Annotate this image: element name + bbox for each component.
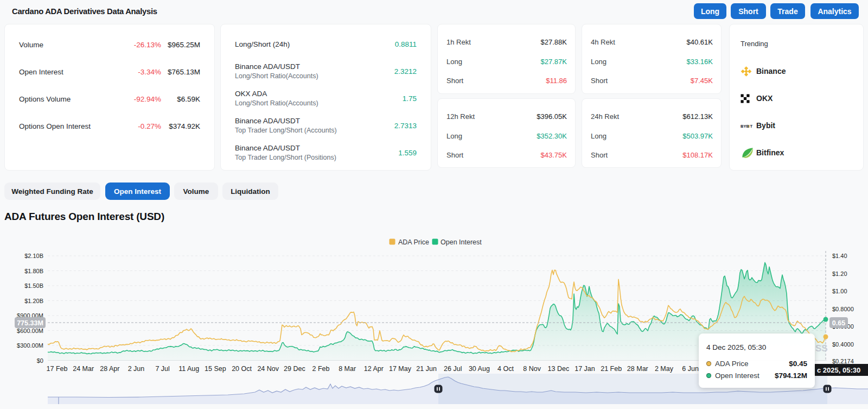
svg-text:17 Feb: 17 Feb [47,365,68,373]
svg-text:8 Nov: 8 Nov [523,365,541,373]
svg-text:17 Jan: 17 Jan [575,365,595,373]
svg-text:20 Oct: 20 Oct [232,365,252,373]
svg-text:ADA Price: ADA Price [398,238,429,246]
svg-text:0.65: 0.65 [832,319,845,327]
svg-text:2 Jun: 2 Jun [128,365,145,373]
svg-text:$0.2174: $0.2174 [832,358,854,364]
svg-text:$0.8000: $0.8000 [832,306,854,312]
svg-text:$0.4000: $0.4000 [832,341,854,348]
svg-text:8 Mar: 8 Mar [339,365,356,373]
svg-text:$1.40: $1.40 [832,253,847,259]
svg-text:21 Jun: 21 Jun [416,365,437,373]
svg-text:24 Nov: 24 Nov [257,365,279,373]
svg-text:12 Apr: 12 Apr [364,365,384,373]
svg-text:$1.20: $1.20 [832,270,847,277]
svg-text:28 Mar: 28 Mar [627,365,648,373]
svg-text:17 May: 17 May [389,365,412,373]
svg-text:c 2025, 05:30: c 2025, 05:30 [817,366,860,374]
svg-text:13 Dec: 13 Dec [548,365,570,373]
svg-text:30 Aug: 30 Aug [469,365,490,373]
svg-text:SS: SS [815,343,828,354]
svg-text:2 May: 2 May [655,365,674,373]
svg-text:$1.00: $1.00 [832,288,847,294]
svg-text:26 Jul: 26 Jul [444,365,462,373]
svg-text:15 Sep: 15 Sep [205,365,226,373]
svg-text:28 Apr: 28 Apr [100,365,119,373]
svg-text:$2.10B: $2.10B [24,253,43,259]
svg-text:Open Interest: Open Interest [441,238,482,246]
svg-text:$1.50B: $1.50B [24,282,43,289]
svg-text:6 Jun: 6 Jun [682,365,699,373]
svg-text:$0: $0 [37,357,43,364]
svg-text:7 Jul: 7 Jul [155,365,169,373]
svg-text:$600.00M: $600.00M [17,328,43,334]
svg-text:21 Feb: 21 Feb [601,365,622,373]
svg-text:24 Mar: 24 Mar [73,365,94,373]
svg-text:2 Feb: 2 Feb [312,365,330,373]
svg-text:775.33M: 775.33M [17,319,43,327]
svg-text:4 Oct: 4 Oct [497,365,514,373]
svg-text:11 Aug: 11 Aug [178,365,199,373]
svg-text:29 Dec: 29 Dec [284,365,305,373]
svg-text:$1.80B: $1.80B [24,268,43,274]
svg-text:$1.20B: $1.20B [24,298,43,304]
svg-text:$300.00M: $300.00M [17,342,43,349]
